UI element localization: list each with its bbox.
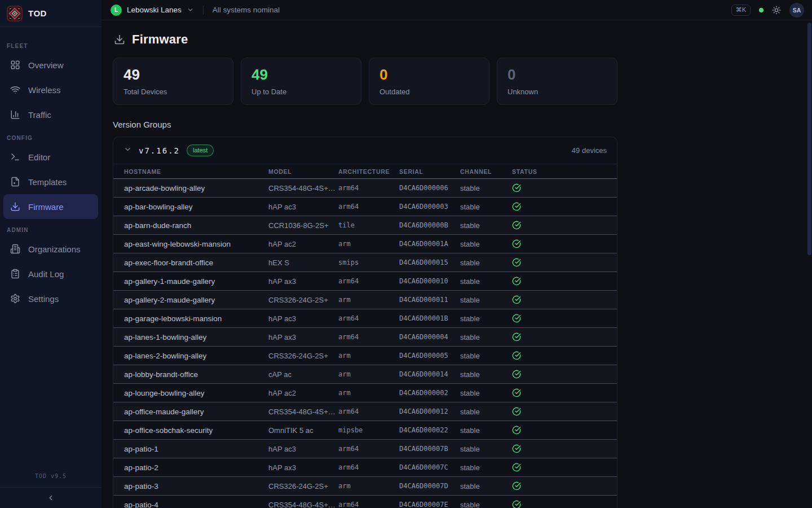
device-table-row[interactable]: ap-patio-3 CRS326-24G-2S+ arm D4CA6D0000… (113, 477, 617, 496)
rug-logo-icon (7, 6, 23, 21)
device-table-row[interactable]: ap-bar-bowling-alley hAP ac3 arm64 D4CA6… (113, 198, 617, 216)
sidebar-item-label: Organizations (28, 244, 81, 254)
column-header-serial: SERIAL (399, 168, 460, 175)
status-check-circle-icon (512, 351, 617, 360)
stat-label: Unknown (508, 87, 607, 96)
device-table-row[interactable]: ap-lobby-brandt-office cAP ac arm D4CA6D… (113, 365, 617, 384)
device-table-row[interactable]: ap-lanes-1-bowling-alley hAP ax3 arm64 D… (113, 328, 617, 347)
device-hostname: ap-patio-4 (124, 501, 268, 508)
version-group-header[interactable]: v7.16.2 latest 49 devices (113, 137, 617, 164)
sidebar-footer: TOD v9.5 (0, 467, 102, 508)
sidebar-item-label: Firmware (28, 202, 64, 212)
device-table-row[interactable]: ap-east-wing-lebowski-mansion hAP ac2 ar… (113, 235, 617, 253)
sun-icon (772, 6, 781, 15)
sidebar-item-label: Overview (28, 60, 64, 70)
download-icon (10, 202, 20, 212)
sidebar-item-templates[interactable]: Templates (3, 169, 98, 194)
status-check-circle-icon (512, 370, 617, 379)
sidebar-item-traffic[interactable]: Traffic (3, 102, 98, 127)
org-switcher[interactable]: L Lebowski Lanes (111, 5, 194, 16)
device-channel: stable (460, 296, 512, 304)
device-hostname: ap-lanes-2-bowling-alley (124, 352, 268, 360)
device-table-row[interactable]: ap-gallery-1-maude-gallery hAP ax3 arm64… (113, 272, 617, 291)
device-serial: D4CA6D00001A (399, 240, 460, 248)
gear-icon (10, 294, 20, 304)
device-architecture: arm (338, 296, 399, 304)
device-channel: stable (460, 184, 512, 192)
device-table-row[interactable]: ap-lanes-2-bowling-alley CRS326-24G-2S+ … (113, 347, 617, 365)
stat-value: 0 (508, 67, 607, 83)
status-check-circle-icon (512, 314, 617, 323)
device-table-row[interactable]: ap-patio-4 CRS354-48G-4S+… arm64 D4CA6D0… (113, 496, 617, 508)
device-channel: stable (460, 221, 512, 230)
column-header-model: MODEL (268, 168, 338, 175)
device-model: hAP ac3 (268, 445, 338, 453)
stat-label: Outdated (379, 87, 479, 96)
device-serial: D4CA6D000012 (399, 408, 460, 415)
user-avatar[interactable]: SA (789, 3, 804, 17)
sidebar-collapse-button[interactable] (43, 491, 59, 505)
device-table-row[interactable]: ap-patio-2 hAP ax3 arm64 D4CA6D00007C st… (113, 458, 617, 477)
device-architecture: arm (338, 482, 399, 490)
device-table-row[interactable]: ap-office-sobchak-security OmniTIK 5 ac … (113, 421, 617, 440)
device-table-row[interactable]: ap-office-maude-gallery CRS354-48G-4S+… … (113, 402, 617, 421)
sidebar-item-editor[interactable]: Editor (3, 144, 98, 169)
device-architecture: arm (338, 352, 399, 360)
device-channel: stable (460, 389, 512, 397)
sidebar-item-firmware[interactable]: Firmware (3, 194, 98, 219)
column-header-hostname: HOSTNAME (124, 168, 268, 175)
device-table-row[interactable]: ap-gallery-2-maude-gallery CRS326-24G-2S… (113, 291, 617, 309)
device-model: OmniTIK 5 ac (268, 426, 338, 435)
device-serial: D4CA6D000003 (399, 203, 460, 211)
sidebar-item-overview[interactable]: Overview (3, 52, 98, 77)
status-check-circle-icon (512, 463, 617, 472)
sidebar-item-audit-log[interactable]: Audit Log (3, 261, 98, 286)
status-check-circle-icon (512, 277, 617, 286)
device-model: hAP ax3 (268, 463, 338, 472)
stat-value: 49 (251, 67, 351, 83)
topbar-divider (203, 6, 204, 15)
device-hostname: ap-patio-1 (124, 445, 268, 453)
device-hostname: ap-east-wing-lebowski-mansion (124, 240, 268, 248)
sidebar-item-label: Editor (28, 152, 50, 162)
device-table-row[interactable]: ap-exec-floor-brandt-office hEX S smips … (113, 253, 617, 272)
sidebar-item-organizations[interactable]: Organizations (3, 237, 98, 261)
device-model: CRS354-48G-4S+… (268, 501, 338, 508)
device-model: CRS326-24G-2S+ (268, 352, 338, 360)
device-serial: D4CA6D000005 (399, 352, 460, 360)
device-hostname: ap-bar-bowling-alley (124, 203, 268, 211)
device-table-header: HOSTNAMEMODELARCHITECTURESERIALCHANNELST… (113, 164, 617, 179)
status-check-circle-icon (512, 295, 617, 304)
device-table-row[interactable]: ap-lounge-bowling-alley hAP ac2 arm D4CA… (113, 384, 617, 402)
device-serial: D4CA6D00007B (399, 445, 460, 453)
stat-label: Total Devices (123, 87, 223, 96)
device-table-row[interactable]: ap-garage-lebowski-mansion hAP ac3 arm64… (113, 309, 617, 328)
device-serial: D4CA6D00007E (399, 501, 460, 508)
app-logo-row: TOD (0, 0, 102, 27)
firmware-version: v7.16.2 (139, 146, 180, 155)
device-table-row[interactable]: ap-patio-1 hAP ac3 arm64 D4CA6D00007B st… (113, 440, 617, 458)
device-serial: D4CA6D000006 (399, 184, 460, 192)
sidebar-item-settings[interactable]: Settings (3, 286, 98, 311)
nav-section-label: ADMIN (0, 219, 102, 237)
theme-toggle-button[interactable] (772, 6, 781, 15)
sidebar-item-wireless[interactable]: Wireless (3, 77, 98, 102)
grid-icon (10, 60, 20, 70)
device-architecture: arm64 (338, 501, 399, 508)
stats-grid: 49Total Devices49Up to Date0Outdated0Unk… (113, 58, 617, 105)
device-table-row[interactable]: ap-arcade-bowling-alley CRS354-48G-4S+… … (113, 179, 617, 198)
scrollbar-thumb[interactable] (807, 23, 811, 255)
command-palette-shortcut[interactable]: ⌘K (731, 5, 751, 16)
status-dot (759, 8, 764, 12)
stat-value: 49 (123, 67, 223, 83)
stat-card-outdated: 0Outdated (369, 58, 489, 105)
nav-section-label: CONFIG (0, 127, 102, 144)
device-table-row[interactable]: ap-barn-dude-ranch CCR1036-8G-2S+ tile D… (113, 216, 617, 235)
chevron-down-icon (123, 145, 132, 156)
sidebar-item-label: Settings (28, 294, 59, 304)
status-check-circle-icon (512, 221, 617, 230)
device-serial: D4CA6D000015 (399, 259, 460, 266)
device-hostname: ap-office-maude-gallery (124, 408, 268, 416)
device-model: hEX S (268, 259, 338, 267)
status-check-circle-icon (512, 426, 617, 435)
